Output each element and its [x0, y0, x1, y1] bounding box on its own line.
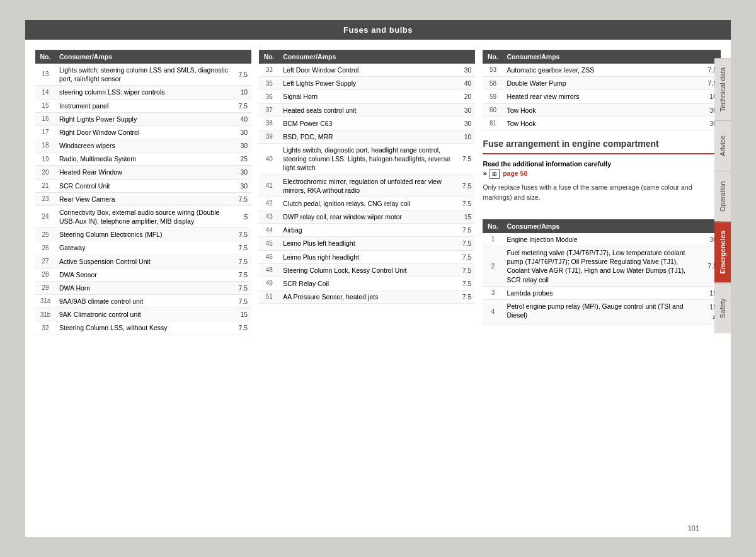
table4-header-consumer: Consumer/Amps	[503, 219, 703, 233]
row-consumer: Steering Column Lock, Kessy Control Unit	[279, 263, 457, 277]
row-amps: 7.5	[457, 263, 475, 277]
row-amps: 30	[234, 179, 251, 192]
fuse-note-arrows: »	[483, 169, 486, 177]
row-consumer: Automatic gearbox lever, ZSS	[503, 64, 703, 77]
row-number: 41	[259, 175, 279, 197]
page-container: Fuses and bulbs No. Consumer/Amps 13Ligh…	[25, 20, 731, 537]
row-consumer: BSD, PDC, MRR	[279, 130, 457, 143]
sidebar-tab-operation[interactable]: Operation	[714, 171, 731, 221]
sidebar-tab-safety[interactable]: Safety	[714, 283, 731, 333]
row-consumer: Instrument panel	[55, 99, 234, 112]
table-row: 39BSD, PDC, MRR10	[259, 130, 475, 143]
row-consumer: Leimo Plus left headlight	[279, 237, 457, 250]
table-row: 60Tow Hook30	[483, 103, 721, 117]
row-consumer: Tow Hook	[503, 117, 703, 130]
table1-header-amps	[234, 50, 251, 64]
table2-header-amps	[457, 50, 475, 64]
row-number: 31b	[35, 308, 55, 321]
row-amps: 7.5	[234, 268, 251, 281]
row-consumer: Clutch pedal, ignition relays, CNG relay…	[279, 197, 457, 210]
row-number: 40	[259, 144, 279, 175]
fuse-section: Fuse arrangement in engine compartment R…	[483, 138, 721, 209]
row-number: 4	[483, 299, 503, 324]
row-consumer: Heated seats control unit	[279, 103, 457, 117]
row-consumer: DWP relay coil, rear window wiper motor	[279, 210, 457, 224]
table-row: 58Double Water Pump7.5	[483, 77, 721, 90]
table-row: 32Steering Column LSS, without Kessy7.5	[35, 321, 251, 335]
table-row: 44Airbag7.5	[259, 224, 475, 237]
row-consumer: Active Suspension Control Unit	[55, 255, 234, 268]
table-row: 23Rear View Camera7.5	[35, 192, 251, 205]
row-consumer: Leimo Plus right headlight	[279, 250, 457, 263]
row-consumer: Lambda probes	[503, 286, 703, 299]
table-row: 16Right Lights Power Supply40	[35, 112, 251, 125]
table-row: 17Right Door Window Control30	[35, 125, 251, 139]
table2-header-consumer: Consumer/Amps	[279, 50, 457, 64]
row-amps: 7.5	[234, 241, 251, 255]
table-row: 46Leimo Plus right headlight7.5	[259, 250, 475, 263]
sidebar-tab-technical-data[interactable]: Technical data	[714, 58, 731, 120]
row-consumer: BCM Power C63	[279, 117, 457, 130]
fuse-section-title: Fuse arrangement in engine compartment	[483, 138, 721, 154]
row-consumer: Petrol engine pump relay (MPI), Gauge co…	[503, 299, 703, 324]
row-number: 36	[259, 90, 279, 103]
row-number: 53	[483, 64, 503, 77]
row-consumer: Engine Injection Module	[503, 233, 703, 246]
row-number: 19	[35, 152, 55, 166]
row-number: 3	[483, 286, 503, 299]
row-amps: 30	[457, 117, 475, 130]
row-consumer: Steering Column Electronics (MFL)	[55, 228, 234, 241]
table1-header-consumer: Consumer/Amps	[55, 50, 234, 64]
row-consumer: Fuel metering valve (TJ4/T6P/TJ7), Low t…	[503, 246, 703, 287]
row-number: 27	[35, 255, 55, 268]
table-row: 42Clutch pedal, ignition relays, CNG rel…	[259, 197, 475, 210]
row-number: 26	[35, 241, 55, 255]
page-title: Fuses and bulbs	[25, 20, 731, 40]
row-consumer: Signal Horn	[279, 90, 457, 103]
row-amps: 7.5	[234, 192, 251, 205]
row-consumer: Windscreen wipers	[55, 139, 234, 152]
row-amps: 30	[234, 125, 251, 139]
row-amps: 7.5	[457, 144, 475, 175]
row-amps: 7.5	[457, 237, 475, 250]
table-row: 35Left Lights Power Supply40	[259, 77, 475, 90]
row-number: 28	[35, 268, 55, 281]
row-number: 61	[483, 117, 503, 130]
table-row: 3Lambda probes15	[483, 286, 721, 299]
row-number: 37	[259, 103, 279, 117]
row-amps: 7.5	[234, 99, 251, 112]
row-amps: 15	[457, 210, 475, 224]
row-consumer: 9AK Climatronic control unit	[55, 308, 234, 321]
sidebar-tab-emergencies[interactable]: Emergencies	[714, 221, 731, 282]
row-consumer: Gateway	[55, 241, 234, 255]
row-amps: 20	[457, 90, 475, 103]
row-number: 44	[259, 224, 279, 237]
row-number: 43	[259, 210, 279, 224]
table-row: 51AA Pressure Sensor, heated jets7.5	[259, 290, 475, 304]
row-number: 25	[35, 228, 55, 241]
row-consumer: Radio, Multimedia System	[55, 152, 234, 166]
table-row: 15Instrument panel7.5	[35, 99, 251, 112]
table4-header-no: No.	[483, 219, 503, 233]
row-number: 35	[259, 77, 279, 90]
row-consumer: Rear View Camera	[55, 192, 234, 205]
row-amps: 7.5	[234, 321, 251, 335]
fuse-body-text: Only replace fuses with a fuse of the sa…	[483, 183, 721, 203]
table-row: 13Lights switch, steering column LSS and…	[35, 64, 251, 86]
sidebar-tab-advice[interactable]: Advice	[714, 120, 731, 171]
row-amps: 10	[457, 130, 475, 143]
table3-header-consumer: Consumer/Amps	[503, 50, 703, 64]
table-row: 31b9AK Climatronic control unit15	[35, 308, 251, 321]
row-number: 42	[259, 197, 279, 210]
row-number: 51	[259, 290, 279, 304]
table-row: 45Leimo Plus left headlight7.5	[259, 237, 475, 250]
sidebar-tabs: Technical data Advice Operation Emergenc…	[714, 58, 731, 333]
row-number: 21	[35, 179, 55, 192]
row-number: 31a	[35, 295, 55, 308]
table-row: 28DWA Sensor7.5	[35, 268, 251, 281]
table-row: 21SCR Control Unit30	[35, 179, 251, 192]
row-consumer: steering column LSS: wiper controls	[55, 86, 234, 99]
row-consumer: Left Door Window Control	[279, 64, 457, 77]
row-number: 58	[483, 77, 503, 90]
row-number: 16	[35, 112, 55, 125]
